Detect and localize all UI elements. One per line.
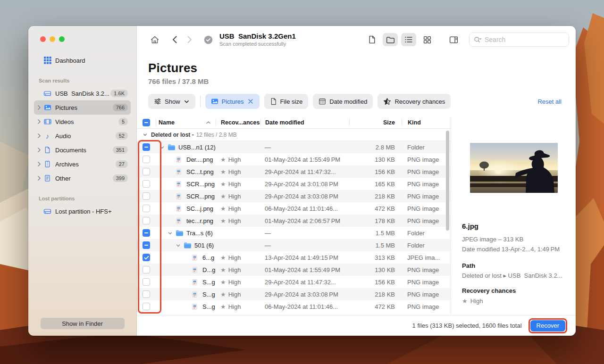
toggle-preview-panel-button[interactable] xyxy=(446,33,461,46)
chevron-down-icon[interactable] xyxy=(143,132,148,137)
date-modified: — xyxy=(260,242,349,249)
reset-all-link[interactable]: Reset all xyxy=(537,98,564,105)
forward-button[interactable] xyxy=(187,35,193,44)
expander-chevron-icon[interactable] xyxy=(168,231,176,236)
minimize-window-button[interactable] xyxy=(50,36,55,42)
sidebar-item-label: Documents xyxy=(55,147,113,154)
videos-icon xyxy=(43,118,51,126)
row-checkbox[interactable] xyxy=(143,254,150,261)
table-row[interactable]: SC...t.png★High29-Apr-2024 at 11:47:32..… xyxy=(137,165,451,178)
show-in-finder-button[interactable]: Show in Finder xyxy=(41,318,125,329)
column-header-size[interactable]: Size xyxy=(349,119,402,126)
annotation-recover-highlight: Recover xyxy=(528,318,567,333)
row-checkbox[interactable] xyxy=(143,217,150,224)
file-kind: PNG image xyxy=(402,266,451,273)
folder-icon xyxy=(168,143,176,151)
filter-chip-file-size[interactable]: File size xyxy=(264,94,309,109)
filter-chip-date-modified[interactable]: Date modified xyxy=(313,94,373,109)
file-name: S...g xyxy=(202,291,215,298)
table-row[interactable]: Der....png★High01-May-2024 at 1:55:49 PM… xyxy=(137,153,451,165)
sidebar-item-archives[interactable]: Archives27 xyxy=(34,157,131,171)
table-row[interactable]: tec...r.png★High01-May-2024 at 2:06:57 P… xyxy=(137,215,451,227)
sidebar-item-audio[interactable]: ♪Audio52 xyxy=(34,129,131,143)
filter-chip-pictures[interactable]: Pictures xyxy=(205,94,260,109)
sidebar-item-lost-partition-hfs[interactable]: Lost partition - HFS+ xyxy=(34,204,131,218)
sidebar-item-videos[interactable]: Videos5 xyxy=(34,115,131,129)
row-checkbox[interactable] xyxy=(143,290,150,298)
row-checkbox[interactable] xyxy=(143,303,150,310)
file-name: SC...t.png xyxy=(186,168,214,175)
sidebar-item-documents[interactable]: Documents351 xyxy=(34,143,131,157)
chevron-right-icon[interactable] xyxy=(37,161,43,167)
table-row[interactable]: 501 (6)—1.5 MBFolder xyxy=(137,239,451,251)
row-checkbox[interactable] xyxy=(143,241,150,249)
table-row[interactable]: D...g★High01-May-2024 at 1:55:49 PM130 K… xyxy=(137,264,451,276)
date-modified: 29-Apr-2024 at 11:47:32... xyxy=(260,279,349,286)
show-filter-button[interactable]: Show xyxy=(148,94,195,109)
sort-ascending-icon xyxy=(206,121,211,124)
sidebar-item-usb-sandisk[interactable]: USB SanDisk 3.2...1.6K xyxy=(34,86,131,100)
table-header: Name Recov...ances Date modified Size Ki… xyxy=(137,116,451,129)
close-window-button[interactable] xyxy=(40,36,46,42)
grid-view-button[interactable] xyxy=(419,33,435,46)
chevron-right-icon[interactable] xyxy=(37,133,43,139)
file-view-button[interactable] xyxy=(364,33,379,46)
table-scrollbar[interactable] xyxy=(446,131,449,231)
image-file-icon xyxy=(176,168,184,175)
column-header-name[interactable]: Name xyxy=(156,119,216,126)
table-row[interactable]: S...g★High06-May-2024 at 11:01:46...472 … xyxy=(137,300,451,313)
table-row[interactable]: SCR...png★High29-Apr-2024 at 3:01:08 PM1… xyxy=(137,178,451,190)
row-checkbox[interactable] xyxy=(143,266,150,273)
chevron-right-icon[interactable] xyxy=(37,105,43,110)
row-checkbox[interactable] xyxy=(143,205,150,212)
row-checkbox[interactable] xyxy=(143,168,150,175)
chevron-right-icon[interactable] xyxy=(37,119,43,124)
column-header-kind[interactable]: Kind xyxy=(402,119,451,126)
count-badge: 52 xyxy=(116,132,128,140)
row-checkbox[interactable] xyxy=(143,143,150,151)
star-icon: ★ xyxy=(462,298,468,304)
list-view-button[interactable] xyxy=(401,33,416,46)
expander-chevron-icon[interactable] xyxy=(176,243,184,248)
row-checkbox[interactable] xyxy=(143,156,150,163)
sidebar-item-other[interactable]: Other399 xyxy=(34,171,131,185)
home-button[interactable] xyxy=(150,35,159,44)
recover-button[interactable]: Recover xyxy=(530,320,565,331)
expander-chevron-icon[interactable] xyxy=(159,145,168,150)
sidebar-item-pictures[interactable]: Pictures766 xyxy=(34,100,131,115)
table-row[interactable]: S...g★High29-Apr-2024 at 3:03:08 PM218 K… xyxy=(137,288,451,300)
table-row[interactable]: SC...j.png★High06-May-2024 at 11:01:46..… xyxy=(137,202,451,215)
date-modified: — xyxy=(260,144,349,151)
column-header-chances[interactable]: Recov...ances xyxy=(216,119,260,126)
group-summary: 12 files / 2.8 MB xyxy=(196,132,237,138)
chevron-right-icon[interactable] xyxy=(37,175,43,181)
file-kind: PNG image xyxy=(402,193,451,200)
row-checkbox[interactable] xyxy=(143,278,150,286)
back-button[interactable] xyxy=(172,35,177,44)
group-row-deleted-or-lost[interactable]: Deleted or lost - 12 files / 2.8 MB xyxy=(137,129,451,141)
sidebar-item-label: Archives xyxy=(55,161,116,168)
row-checkbox[interactable] xyxy=(143,180,150,188)
folder-view-button[interactable] xyxy=(383,33,398,46)
documents-icon xyxy=(43,146,51,154)
column-header-date[interactable]: Date modified xyxy=(260,119,349,126)
image-file-icon xyxy=(176,205,184,212)
file-name: 6...g xyxy=(202,254,214,261)
close-icon[interactable] xyxy=(247,98,254,105)
chevron-right-icon[interactable] xyxy=(37,147,43,153)
row-checkbox[interactable] xyxy=(143,192,150,200)
filter-chip-recovery-chances[interactable]: Recovery chances xyxy=(378,94,451,109)
file-size: 1.5 MB xyxy=(349,230,402,237)
sidebar-item-dashboard[interactable]: Dashboard xyxy=(34,53,131,67)
select-all-checkbox[interactable] xyxy=(137,119,156,126)
zoom-window-button[interactable] xyxy=(59,36,65,42)
row-checkbox[interactable] xyxy=(143,229,150,237)
table-row[interactable]: Tra...s (6)—1.5 MBFolder xyxy=(137,227,451,239)
folder-icon xyxy=(184,241,192,249)
table-row[interactable]: SCR...png★High29-Apr-2024 at 3:03:08 PM2… xyxy=(137,190,451,202)
table-row[interactable]: USB...n1 (12)—2.8 MBFolder xyxy=(137,141,451,153)
filter-chip-label: Date modified xyxy=(329,98,367,105)
table-row[interactable]: 6...g★High13-Apr-2024 at 1:49:15 PM313 K… xyxy=(137,251,451,264)
table-row[interactable]: S...g★High29-Apr-2024 at 11:47:32...156 … xyxy=(137,276,451,288)
search-input[interactable]: Search xyxy=(469,33,569,47)
